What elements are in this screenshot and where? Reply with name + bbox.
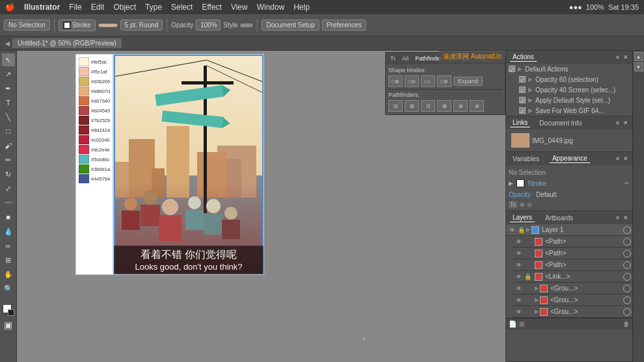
layer-grp1-arrow[interactable]: ▶	[535, 285, 539, 291]
stroke-box[interactable]: Stroke	[59, 19, 96, 31]
pf-merge[interactable]: ⊡	[421, 100, 435, 112]
expand-btn[interactable]: Expand	[453, 77, 483, 86]
layer-path-2[interactable]: 👁 <Path>	[513, 248, 632, 259]
pencil-tool[interactable]: ✏	[2, 153, 15, 166]
swatch-3[interactable]	[79, 86, 89, 96]
zoom-tool[interactable]: 🔍	[2, 282, 15, 295]
stroke-arrow[interactable]: ▶	[509, 180, 513, 187]
pen-tool[interactable]: ✒	[2, 82, 15, 95]
gradient-tool[interactable]: ■	[2, 211, 15, 224]
pf-crop[interactable]: ⊠	[437, 100, 451, 112]
apple-menu[interactable]: 🍎	[5, 3, 15, 12]
swatch-9[interactable]	[79, 145, 89, 154]
exclude-btn[interactable]: □⊗	[437, 75, 451, 87]
swatch-6[interactable]	[79, 116, 89, 125]
swatch-4[interactable]	[79, 96, 89, 105]
strip-btn-1[interactable]: ▲	[634, 52, 643, 61]
actions-menu[interactable]: ≡	[616, 54, 619, 60]
layer-1-lock[interactable]: 🔒	[518, 227, 525, 233]
preferences-btn[interactable]: Preferences	[322, 19, 366, 31]
action-item-4[interactable]: ✓ ▶ Save For Web GIF 64...	[506, 105, 632, 116]
layer-1[interactable]: 👁 🔒 ▶ Layer 1	[506, 224, 632, 236]
eyedropper-tool[interactable]: 💧	[2, 225, 15, 238]
swatch-10[interactable]	[79, 155, 89, 164]
blend-tool[interactable]: ∞	[2, 239, 15, 252]
doc-settings-btn[interactable]: Document Setup	[262, 19, 319, 31]
appearance-close[interactable]: ✕	[623, 155, 628, 162]
pf-trim[interactable]: ⊞	[405, 100, 419, 112]
stroke-swatch[interactable]	[516, 179, 525, 188]
appearance-tab[interactable]: Appearance	[550, 154, 590, 163]
swatch-5[interactable]	[79, 106, 89, 115]
path-tab-ali[interactable]: Ali	[400, 55, 410, 62]
actions-close[interactable]: ✕	[623, 54, 628, 60]
action-check-1[interactable]: ✓	[519, 76, 526, 83]
layers-tab[interactable]: Layers	[510, 213, 535, 222]
layers-close[interactable]: ✕	[623, 214, 628, 221]
menu-effect[interactable]: Effect	[202, 3, 221, 12]
menu-window[interactable]: Window	[257, 3, 285, 12]
swatch-8[interactable]	[79, 135, 89, 144]
layer-grp1-eye[interactable]: 👁	[514, 285, 523, 292]
art-board-tool[interactable]: ⊞	[2, 253, 15, 266]
line-tool[interactable]: ╲	[2, 110, 15, 123]
new-layer-icon[interactable]: 📄	[509, 320, 517, 328]
action-item-default[interactable]: ✓ ▶ Default Actions	[506, 64, 632, 74]
swatch-7[interactable]	[79, 125, 89, 135]
action-check-0[interactable]: ✓	[509, 66, 515, 72]
swatch-1[interactable]	[79, 67, 89, 76]
layer-grp2-arrow[interactable]: ▶	[535, 297, 539, 303]
links-tab[interactable]: Links	[510, 118, 530, 127]
layer-grp3-arrow[interactable]: ▶	[535, 309, 539, 315]
action-check-4[interactable]: ✓	[519, 107, 526, 114]
new-sublayer-icon[interactable]: ⊞	[519, 320, 524, 328]
type-tool[interactable]: T	[2, 96, 15, 109]
action-check-2[interactable]: ✓	[519, 86, 526, 93]
handle-tr[interactable]	[262, 54, 264, 57]
warp-tool[interactable]: 〰	[2, 196, 15, 209]
document-tab[interactable]: Untitled-1* @ 50% (RGB/Preview)	[12, 38, 122, 48]
delete-layer-icon[interactable]: 🗑	[623, 320, 630, 328]
paintbrush-tool[interactable]: 🖌	[2, 139, 15, 152]
layer-path2-eye[interactable]: 👁	[514, 250, 523, 257]
action-item-1[interactable]: ✓ ▶ Opacity 60 (selection)	[506, 74, 632, 84]
pf-outline[interactable]: ⊕	[453, 100, 468, 112]
layer-path3-eye[interactable]: 👁	[514, 262, 523, 268]
layer-path-3[interactable]: 👁 <Path>	[513, 259, 632, 271]
menu-object[interactable]: Object	[113, 3, 136, 12]
opacity-input[interactable]: 100%	[196, 19, 221, 31]
doc-info-tab[interactable]: Document Info	[537, 119, 584, 127]
layer-path-1[interactable]: 👁 <Path>	[513, 236, 632, 248]
links-menu[interactable]: ≡	[616, 120, 619, 126]
menu-edit[interactable]: Edit	[91, 3, 105, 12]
action-item-3[interactable]: ✓ ▶ Apply Default Style (sel...)	[506, 95, 632, 105]
pf-minus-back[interactable]: ⊗	[470, 100, 484, 112]
screen-mode[interactable]: ▣	[2, 318, 15, 331]
layer-grp2-eye[interactable]: 👁	[514, 297, 523, 304]
layer-group-1[interactable]: 👁 ▶ <Grou...>	[513, 283, 632, 294]
appearance-menu[interactable]: ≡	[616, 155, 619, 162]
menu-select[interactable]: Select	[171, 3, 193, 12]
swatch-0[interactable]	[79, 57, 89, 66]
swatch-12[interactable]	[79, 174, 89, 183]
rotate-tool[interactable]: ↻	[2, 168, 15, 181]
strip-btn-2[interactable]: ▼	[634, 62, 643, 71]
new-effect-icon[interactable]: ⊕	[520, 201, 525, 208]
artboards-tab[interactable]: Artboards	[543, 214, 576, 222]
pf-divide[interactable]: ⊟	[388, 100, 403, 112]
link-item-0[interactable]: IMG_0449.jpg	[509, 132, 630, 149]
stroke-edit-icon[interactable]: ✏	[624, 180, 630, 187]
selection-tool[interactable]: ↖	[2, 53, 15, 66]
layers-menu[interactable]: ≡	[616, 214, 619, 221]
canvas-area[interactable]: Tr Ali Pathfinder Str Gr. Tra ≡ ✕ Shape …	[17, 51, 505, 362]
delete-effect-icon[interactable]: ⊖	[527, 201, 532, 208]
swatch-2[interactable]	[79, 77, 89, 86]
direct-select-tool[interactable]: ↗	[2, 68, 15, 81]
layer-grp3-eye[interactable]: 👁	[514, 309, 523, 315]
links-close[interactable]: ✕	[623, 120, 628, 126]
hand-tool[interactable]: ✋	[2, 268, 15, 281]
rect-tool[interactable]: □	[2, 125, 15, 138]
layer-link-eye[interactable]: 👁	[514, 274, 523, 280]
scale-tool[interactable]: ⤢	[2, 182, 15, 195]
handle-tl[interactable]	[113, 54, 116, 57]
